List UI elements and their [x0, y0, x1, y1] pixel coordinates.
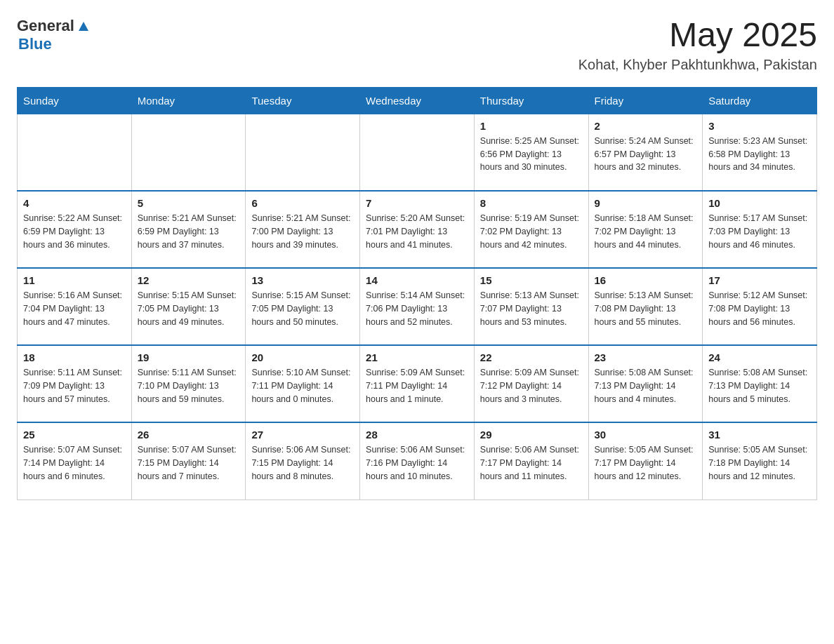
page-header: General Blue May 2025 Kohat, Khyber Pakh… [17, 17, 817, 73]
calendar-cell-3-6: 24Sunrise: 5:08 AM Sunset: 7:13 PM Dayli… [703, 345, 817, 422]
calendar-cell-4-1: 26Sunrise: 5:07 AM Sunset: 7:15 PM Dayli… [131, 422, 246, 499]
day-info: Sunrise: 5:07 AM Sunset: 7:15 PM Dayligh… [138, 443, 240, 483]
title-section: May 2025 Kohat, Khyber Pakhtunkhwa, Paki… [578, 17, 817, 73]
day-number: 16 [595, 274, 697, 286]
header-thursday: Thursday [474, 87, 588, 114]
day-number: 21 [366, 351, 468, 363]
day-number: 25 [23, 429, 126, 441]
calendar-cell-2-2: 13Sunrise: 5:15 AM Sunset: 7:05 PM Dayli… [246, 268, 360, 345]
calendar-cell-0-3 [360, 114, 475, 191]
day-number: 8 [480, 197, 583, 209]
calendar-cell-4-0: 25Sunrise: 5:07 AM Sunset: 7:14 PM Dayli… [18, 422, 132, 499]
calendar-cell-4-4: 29Sunrise: 5:06 AM Sunset: 7:17 PM Dayli… [474, 422, 588, 499]
header-tuesday: Tuesday [246, 87, 360, 114]
calendar-cell-3-5: 23Sunrise: 5:08 AM Sunset: 7:13 PM Dayli… [588, 345, 703, 422]
calendar-header-row: SundayMondayTuesdayWednesdayThursdayFrid… [18, 87, 817, 114]
calendar-cell-0-1 [131, 114, 246, 191]
day-number: 1 [480, 120, 583, 132]
day-number: 22 [480, 351, 583, 363]
calendar-cell-4-3: 28Sunrise: 5:06 AM Sunset: 7:16 PM Dayli… [360, 422, 475, 499]
day-info: Sunrise: 5:12 AM Sunset: 7:08 PM Dayligh… [708, 289, 811, 328]
day-number: 11 [23, 274, 126, 286]
header-sunday: Sunday [18, 87, 132, 114]
day-info: Sunrise: 5:05 AM Sunset: 7:18 PM Dayligh… [708, 443, 811, 483]
day-number: 17 [708, 274, 811, 286]
day-info: Sunrise: 5:14 AM Sunset: 7:06 PM Dayligh… [366, 289, 468, 328]
day-info: Sunrise: 5:18 AM Sunset: 7:02 PM Dayligh… [595, 212, 697, 251]
day-info: Sunrise: 5:06 AM Sunset: 7:17 PM Dayligh… [480, 443, 583, 483]
calendar-week-3: 11Sunrise: 5:16 AM Sunset: 7:04 PM Dayli… [18, 268, 817, 345]
calendar-cell-2-1: 12Sunrise: 5:15 AM Sunset: 7:05 PM Dayli… [131, 268, 246, 345]
calendar-week-5: 25Sunrise: 5:07 AM Sunset: 7:14 PM Dayli… [18, 422, 817, 499]
calendar-cell-2-4: 15Sunrise: 5:13 AM Sunset: 7:07 PM Dayli… [474, 268, 588, 345]
day-info: Sunrise: 5:13 AM Sunset: 7:07 PM Dayligh… [480, 289, 583, 328]
calendar-cell-1-4: 8Sunrise: 5:19 AM Sunset: 7:02 PM Daylig… [474, 191, 588, 268]
day-info: Sunrise: 5:17 AM Sunset: 7:03 PM Dayligh… [708, 212, 811, 251]
day-info: Sunrise: 5:07 AM Sunset: 7:14 PM Dayligh… [23, 443, 126, 483]
calendar-cell-1-1: 5Sunrise: 5:21 AM Sunset: 6:59 PM Daylig… [131, 191, 246, 268]
day-number: 15 [480, 274, 583, 286]
day-info: Sunrise: 5:05 AM Sunset: 7:17 PM Dayligh… [595, 443, 697, 483]
day-number: 30 [595, 429, 697, 441]
day-number: 24 [708, 351, 811, 363]
day-info: Sunrise: 5:20 AM Sunset: 7:01 PM Dayligh… [366, 212, 468, 251]
day-info: Sunrise: 5:10 AM Sunset: 7:11 PM Dayligh… [251, 366, 354, 405]
day-number: 20 [251, 351, 354, 363]
calendar-cell-4-6: 31Sunrise: 5:05 AM Sunset: 7:18 PM Dayli… [703, 422, 817, 499]
calendar-cell-0-0 [18, 114, 132, 191]
calendar-subtitle: Kohat, Khyber Pakhtunkhwa, Pakistan [578, 57, 817, 73]
calendar-cell-0-2 [246, 114, 360, 191]
calendar-cell-2-3: 14Sunrise: 5:14 AM Sunset: 7:06 PM Dayli… [360, 268, 475, 345]
calendar-cell-0-4: 1Sunrise: 5:25 AM Sunset: 6:56 PM Daylig… [474, 114, 588, 191]
calendar-cell-1-2: 6Sunrise: 5:21 AM Sunset: 7:00 PM Daylig… [246, 191, 360, 268]
day-info: Sunrise: 5:09 AM Sunset: 7:11 PM Dayligh… [366, 366, 468, 405]
header-saturday: Saturday [703, 87, 817, 114]
calendar-table: SundayMondayTuesdayWednesdayThursdayFrid… [17, 87, 817, 500]
day-info: Sunrise: 5:11 AM Sunset: 7:10 PM Dayligh… [138, 366, 240, 405]
logo: General Blue [17, 17, 91, 53]
header-monday: Monday [131, 87, 246, 114]
day-number: 29 [480, 429, 583, 441]
day-number: 9 [595, 197, 697, 209]
calendar-cell-3-0: 18Sunrise: 5:11 AM Sunset: 7:09 PM Dayli… [18, 345, 132, 422]
header-friday: Friday [588, 87, 703, 114]
day-info: Sunrise: 5:21 AM Sunset: 6:59 PM Dayligh… [138, 212, 240, 251]
day-info: Sunrise: 5:09 AM Sunset: 7:12 PM Dayligh… [480, 366, 583, 405]
day-info: Sunrise: 5:24 AM Sunset: 6:57 PM Dayligh… [595, 135, 697, 174]
calendar-cell-2-5: 16Sunrise: 5:13 AM Sunset: 7:08 PM Dayli… [588, 268, 703, 345]
logo-triangle-icon [76, 18, 91, 34]
day-number: 14 [366, 274, 468, 286]
day-info: Sunrise: 5:11 AM Sunset: 7:09 PM Dayligh… [23, 366, 126, 405]
day-info: Sunrise: 5:06 AM Sunset: 7:15 PM Dayligh… [251, 443, 354, 483]
calendar-week-2: 4Sunrise: 5:22 AM Sunset: 6:59 PM Daylig… [18, 191, 817, 268]
day-number: 2 [595, 120, 697, 132]
day-info: Sunrise: 5:16 AM Sunset: 7:04 PM Dayligh… [23, 289, 126, 328]
calendar-week-4: 18Sunrise: 5:11 AM Sunset: 7:09 PM Dayli… [18, 345, 817, 422]
day-number: 4 [23, 197, 126, 209]
day-number: 26 [138, 429, 240, 441]
calendar-cell-2-6: 17Sunrise: 5:12 AM Sunset: 7:08 PM Dayli… [703, 268, 817, 345]
day-number: 31 [708, 429, 811, 441]
calendar-cell-3-2: 20Sunrise: 5:10 AM Sunset: 7:11 PM Dayli… [246, 345, 360, 422]
day-info: Sunrise: 5:08 AM Sunset: 7:13 PM Dayligh… [708, 366, 811, 405]
day-number: 28 [366, 429, 468, 441]
day-number: 6 [251, 197, 354, 209]
day-number: 18 [23, 351, 126, 363]
calendar-cell-2-0: 11Sunrise: 5:16 AM Sunset: 7:04 PM Dayli… [18, 268, 132, 345]
logo-general-text: General [17, 17, 74, 35]
header-wednesday: Wednesday [360, 87, 475, 114]
calendar-cell-3-4: 22Sunrise: 5:09 AM Sunset: 7:12 PM Dayli… [474, 345, 588, 422]
calendar-cell-3-3: 21Sunrise: 5:09 AM Sunset: 7:11 PM Dayli… [360, 345, 475, 422]
day-number: 19 [138, 351, 240, 363]
svg-marker-0 [79, 22, 88, 31]
calendar-cell-1-6: 10Sunrise: 5:17 AM Sunset: 7:03 PM Dayli… [703, 191, 817, 268]
calendar-cell-1-5: 9Sunrise: 5:18 AM Sunset: 7:02 PM Daylig… [588, 191, 703, 268]
day-info: Sunrise: 5:15 AM Sunset: 7:05 PM Dayligh… [138, 289, 240, 328]
day-number: 3 [708, 120, 811, 132]
day-number: 5 [138, 197, 240, 209]
calendar-week-1: 1Sunrise: 5:25 AM Sunset: 6:56 PM Daylig… [18, 114, 817, 191]
calendar-cell-4-2: 27Sunrise: 5:06 AM Sunset: 7:15 PM Dayli… [246, 422, 360, 499]
calendar-cell-1-3: 7Sunrise: 5:20 AM Sunset: 7:01 PM Daylig… [360, 191, 475, 268]
day-number: 27 [251, 429, 354, 441]
day-info: Sunrise: 5:13 AM Sunset: 7:08 PM Dayligh… [595, 289, 697, 328]
